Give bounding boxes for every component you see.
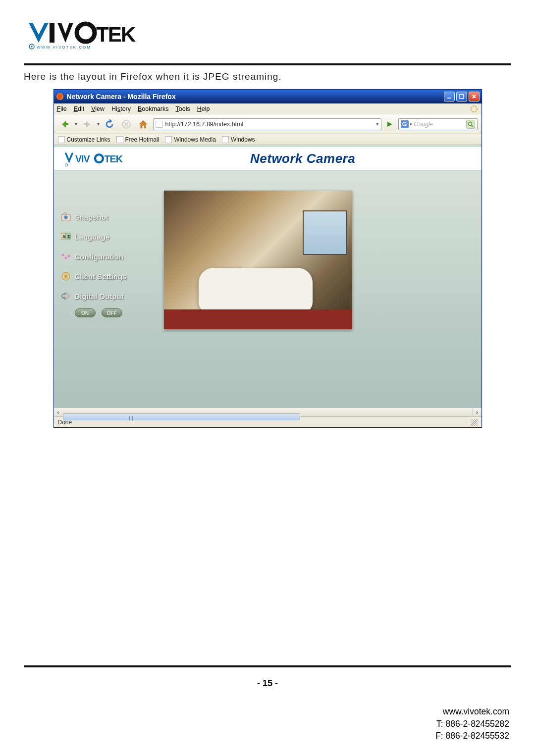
svg-text:文: 文 xyxy=(66,234,70,239)
footer-contact: www.vivotek.com T: 886-2-82455282 F: 886… xyxy=(24,706,511,742)
svg-text:TEK: TEK xyxy=(104,153,122,164)
maximize-button[interactable] xyxy=(456,92,467,101)
menu-snapshot[interactable]: Snapshot xyxy=(61,212,150,221)
menu-file[interactable]: File xyxy=(57,105,67,112)
bookmark-item[interactable]: Customize Links xyxy=(58,136,110,143)
footer-tel: T: 886-2-82455282 xyxy=(24,718,509,730)
footer-fax: F: 886-2-82455532 xyxy=(24,730,509,742)
url-text: http://172.16.7.89/index.html xyxy=(165,121,374,128)
page-content: VIV TEK Network Camera Snapshot A文 Langu… xyxy=(54,145,482,407)
footer-website: www.vivotek.com xyxy=(24,706,509,718)
forward-button xyxy=(80,117,94,131)
bookmarks-toolbar: Customize Links Free Hotmail Windows Med… xyxy=(54,134,482,145)
svg-point-25 xyxy=(64,257,67,259)
svg-point-26 xyxy=(67,255,70,257)
page-icon xyxy=(58,136,65,143)
search-engine-dropdown[interactable]: ▾ xyxy=(410,122,412,127)
stop-button xyxy=(119,117,133,131)
svg-rect-19 xyxy=(64,213,66,215)
resize-grip-icon[interactable] xyxy=(471,419,478,426)
home-button[interactable] xyxy=(136,117,150,131)
svg-text:A: A xyxy=(62,234,65,239)
forward-dropdown[interactable]: ▾ xyxy=(97,121,100,127)
client-settings-icon xyxy=(61,272,71,281)
hr-bottom xyxy=(24,665,511,667)
menu-history[interactable]: History xyxy=(111,105,131,112)
menubar: File Edit View History Bookmarks Tools H… xyxy=(54,103,482,114)
page-icon xyxy=(116,136,123,143)
search-placeholder: Google xyxy=(414,121,466,128)
titlebar[interactable]: Network Camera - Mozilla Firefox xyxy=(54,90,482,103)
svg-text:VIV: VIV xyxy=(75,153,90,164)
close-button[interactable] xyxy=(469,92,480,101)
svg-line-12 xyxy=(472,125,473,127)
nav-toolbar: ▾ ▾ http://172.16.7.89/index.html ▾ G ▾ … xyxy=(54,114,482,134)
url-bar[interactable]: http://172.16.7.89/index.html ▾ xyxy=(153,118,381,130)
svg-rect-8 xyxy=(460,95,464,99)
svg-rect-7 xyxy=(447,98,451,99)
go-button[interactable] xyxy=(384,119,395,130)
svg-point-24 xyxy=(61,254,64,256)
page-icon xyxy=(165,136,172,143)
side-menu: Snapshot A文 Language Configuration Clien… xyxy=(61,181,150,329)
page-icon xyxy=(156,121,162,128)
bookmark-item[interactable]: Windows Media xyxy=(165,136,216,143)
intro-text: Here is the layout in Firefox when it is… xyxy=(24,71,511,82)
svg-point-1 xyxy=(77,24,95,42)
menu-language[interactable]: A文 Language xyxy=(61,232,150,241)
search-box[interactable]: G ▾ Google xyxy=(398,118,478,130)
svg-point-28 xyxy=(64,275,67,278)
digital-output-on[interactable]: ON xyxy=(75,308,96,317)
bookmark-item[interactable]: Free Hotmail xyxy=(116,136,160,143)
svg-point-11 xyxy=(468,122,472,125)
vivotek-logo: VIV TEK xyxy=(63,151,133,167)
horizontal-scrollbar[interactable]: ‹ › xyxy=(54,407,482,416)
throbber-icon xyxy=(470,104,479,113)
svg-point-9 xyxy=(471,106,477,112)
bookmark-item[interactable]: Windows xyxy=(222,136,255,143)
snapshot-icon xyxy=(61,212,71,221)
svg-text:WWW.VIVOTEK.COM: WWW.VIVOTEK.COM xyxy=(37,45,91,50)
svg-rect-0 xyxy=(50,23,54,43)
svg-text:TEK: TEK xyxy=(96,23,136,46)
language-icon: A文 xyxy=(61,232,71,241)
menu-view[interactable]: View xyxy=(91,105,105,112)
configuration-icon xyxy=(61,252,71,261)
back-dropdown[interactable]: ▾ xyxy=(75,121,77,127)
firefox-icon xyxy=(56,93,64,101)
minimize-button[interactable] xyxy=(444,92,455,101)
menu-help[interactable]: Help xyxy=(197,105,210,112)
scroll-left-icon[interactable]: ‹ xyxy=(54,408,63,417)
search-go-icon[interactable] xyxy=(466,120,475,129)
svg-point-18 xyxy=(64,216,67,219)
menu-client-settings[interactable]: Client Settings xyxy=(61,272,150,281)
window-title: Network Camera - Mozilla Firefox xyxy=(67,93,176,101)
video-stream xyxy=(164,191,352,329)
page-number: - 15 - xyxy=(24,678,511,689)
doc-header-logo: TEK WWW.VIVOTEK.COM xyxy=(24,20,511,54)
menu-bookmarks[interactable]: Bookmarks xyxy=(138,105,169,112)
back-button[interactable] xyxy=(58,117,72,131)
svg-point-16 xyxy=(65,163,67,166)
url-dropdown-icon[interactable]: ▾ xyxy=(376,121,379,127)
hr-top xyxy=(24,63,511,65)
digital-output-off[interactable]: OFF xyxy=(102,308,122,317)
scroll-right-icon[interactable]: › xyxy=(473,408,482,417)
reload-button[interactable] xyxy=(103,117,116,131)
svg-point-14 xyxy=(95,154,103,162)
page-icon xyxy=(222,136,229,143)
menu-configuration[interactable]: Configuration xyxy=(61,252,150,261)
menu-tools[interactable]: Tools xyxy=(176,105,190,112)
firefox-window: Network Camera - Mozilla Firefox File Ed… xyxy=(54,89,482,428)
page-heading: Network Camera xyxy=(133,151,473,166)
google-icon: G xyxy=(401,120,409,128)
svg-point-4 xyxy=(31,46,32,47)
digital-output-icon xyxy=(61,292,71,301)
menu-edit[interactable]: Edit xyxy=(74,105,85,112)
menu-digital-output: Digital Output xyxy=(61,292,150,301)
